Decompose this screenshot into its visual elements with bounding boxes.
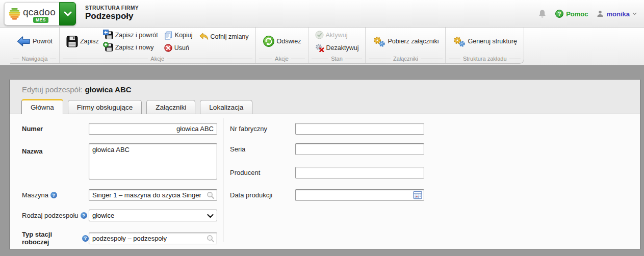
field-row-producent: Producent — [230, 167, 424, 178]
pobierz-zalaczniki-button[interactable]: Pobierz załączniki — [370, 35, 441, 48]
toolbar-group-label: Stan — [331, 56, 343, 62]
field-row-nr-fabryczny: Nr fabryczny — [230, 123, 424, 135]
button-label: Usuń — [174, 44, 189, 52]
field-row-seria: Seria — [230, 143, 424, 155]
zapisz-button[interactable]: Zapisz — [64, 35, 101, 48]
bell-icon[interactable] — [538, 9, 547, 18]
form-title: Edytuj podzespół:głowica ABC — [22, 85, 132, 94]
button-label: Odśwież — [277, 38, 301, 45]
toolbar-group-akcje-1: Zapisz — [59, 28, 255, 63]
logo-brand-text: qcadoo — [23, 7, 56, 18]
field-help-icon[interactable]: ? — [81, 212, 87, 219]
powrot-button[interactable]: Powrót — [15, 35, 55, 48]
maszyna-lookup-input[interactable] — [89, 189, 217, 201]
tab-bar: Główna Firmy obsługujące Załączniki Loka… — [21, 99, 252, 114]
field-row-data-produkcji: Data produkcji — [230, 189, 424, 201]
toolbar-group-akcje-2: Odśwież Akcje — [255, 28, 308, 63]
select-chevron-icon — [207, 214, 214, 218]
toolbar-group-zalaczniki: Pobierz załączniki Załączniki — [365, 28, 445, 63]
typ-stacji-roboczej-lookup-input[interactable] — [89, 233, 217, 244]
field-row-rodzaj-podzespolu: Rodzaj podzespołu ? głowice — [22, 210, 217, 221]
toolbar: Powrót Nawigacja Zapisz — [0, 28, 644, 65]
logo: qcadoo MES — [4, 2, 76, 25]
cofnij-zmiany-button[interactable]: Cofnij zmiany — [197, 32, 251, 41]
dezaktywuj-button[interactable]: Dezaktywuj — [313, 42, 361, 53]
numer-input[interactable] — [89, 123, 217, 135]
maszyna-label: Maszyna ? — [22, 191, 89, 199]
button-label: Cofnij zmiany — [211, 33, 249, 40]
deactivate-icon — [315, 43, 324, 52]
gears-icon — [372, 36, 385, 47]
undo-icon — [199, 33, 209, 40]
seria-input[interactable] — [295, 143, 424, 155]
toolbar-group-label: Struktura zakładu — [463, 56, 507, 62]
form-body: Numer Nazwa głowica ABC Maszyna ? — [10, 114, 640, 249]
data-produkcji-label: Data produkcji — [230, 191, 295, 199]
field-row-numer: Numer — [22, 123, 217, 135]
field-row-typ-stacji-roboczej: Typ stacji roboczej ? — [22, 231, 217, 246]
breadcrumb-category: STRUKTURA FIRMY — [85, 5, 139, 11]
copy-icon — [164, 31, 173, 40]
tab-lokalizacja[interactable]: Lokalizacja — [200, 100, 252, 114]
column-divider — [223, 118, 223, 242]
button-label: Zapisz — [80, 38, 99, 45]
field-help-icon[interactable]: ? — [82, 235, 89, 242]
nazwa-textarea[interactable]: głowica ABC — [89, 143, 217, 180]
ribbon: Powrót Nawigacja Zapisz — [10, 28, 524, 64]
refresh-icon — [263, 35, 275, 47]
help-icon: ? — [555, 10, 563, 18]
main-area: Edytuj podzespół:głowica ABC Główna Firm… — [0, 65, 644, 256]
toolbar-group-label: Załączniki — [393, 56, 418, 62]
zapisz-i-powrot-button[interactable]: Zapisz i powrót — [103, 30, 160, 40]
calendar-icon[interactable] — [413, 191, 422, 199]
qcadoo-sphere-icon — [8, 7, 21, 20]
zapisz-i-nowy-button[interactable]: Zapisz i nowy — [103, 42, 156, 53]
aktywuj-button[interactable]: Aktywuj — [313, 30, 350, 40]
nr-fabryczny-input[interactable] — [295, 123, 424, 135]
tab-glowna[interactable]: Główna — [21, 99, 63, 114]
qcadoo-logo[interactable]: qcadoo MES — [4, 2, 59, 25]
nazwa-label: Nazwa — [22, 143, 89, 155]
kopiuj-button[interactable]: Kopiuj — [162, 30, 195, 41]
button-label: Dezaktywuj — [326, 44, 359, 52]
button-label: Aktywuj — [326, 32, 348, 39]
menu-dropdown-button[interactable] — [59, 2, 76, 25]
activate-icon — [315, 31, 324, 39]
toolbar-group-label: Akcje — [275, 56, 289, 62]
button-label: Kopiuj — [175, 32, 193, 39]
return-badge-icon — [103, 30, 109, 35]
typ-stacji-roboczej-label: Typ stacji roboczej ? — [22, 231, 89, 246]
button-label: Pobierz załączniki — [388, 38, 439, 45]
logo-mes-badge: MES — [33, 17, 48, 23]
plus-badge-icon — [103, 42, 109, 47]
usun-button[interactable]: Usuń — [162, 43, 191, 53]
user-menu[interactable]: monika — [597, 10, 637, 18]
menu-chevron-down-icon — [64, 11, 72, 16]
data-produkcji-input[interactable] — [295, 189, 424, 201]
select-value: głowice — [92, 212, 114, 219]
form-title-value: głowica ABC — [85, 85, 131, 94]
tab-firmy-obslugujace[interactable]: Firmy obsługujące — [68, 100, 142, 114]
search-icon[interactable] — [207, 191, 215, 199]
nr-fabryczny-label: Nr fabryczny — [230, 125, 295, 133]
button-label: Powrót — [33, 38, 53, 45]
tab-zalaczniki[interactable]: Załączniki — [146, 100, 195, 114]
producent-input[interactable] — [295, 167, 424, 178]
numer-label: Numer — [22, 125, 89, 133]
toolbar-group-nawigacja: Powrót Nawigacja — [10, 28, 59, 63]
search-icon[interactable] — [207, 235, 215, 243]
gears-icon — [452, 36, 466, 47]
toolbar-group-label: Akcje — [150, 56, 164, 62]
button-label: Generuj strukturę — [468, 38, 517, 45]
field-help-icon[interactable]: ? — [50, 192, 57, 198]
odswiez-button[interactable]: Odśwież — [261, 34, 303, 48]
generuj-strukture-button[interactable]: Generuj strukturę — [450, 35, 519, 48]
back-arrow-icon — [17, 36, 31, 47]
header-actions: ? Pomoc monika — [538, 0, 637, 28]
button-label: Zapisz i nowy — [115, 44, 154, 51]
field-row-nazwa: Nazwa głowica ABC — [22, 143, 217, 180]
app-header: qcadoo MES STRUKTURA FIRMY Podzespoły ? … — [0, 0, 644, 28]
rodzaj-podzespolu-select[interactable]: głowice — [89, 210, 217, 221]
page-title: Podzespoły — [85, 11, 139, 21]
help-button[interactable]: ? Pomoc — [555, 10, 588, 18]
